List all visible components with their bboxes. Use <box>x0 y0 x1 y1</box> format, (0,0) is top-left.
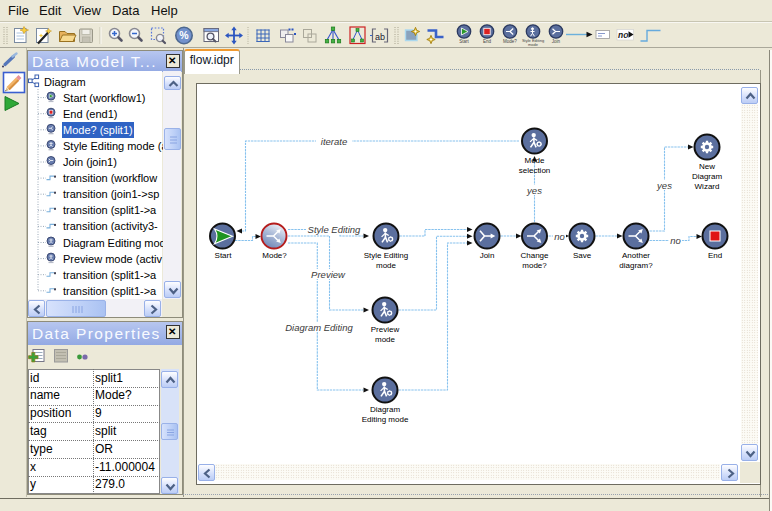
svg-text:Start: Start <box>215 251 233 260</box>
svg-text:Style Editing: Style Editing <box>364 251 408 260</box>
svg-text:no: no <box>554 231 565 242</box>
svg-text:no: no <box>670 235 681 246</box>
svg-text:Mode?: Mode? <box>503 39 517 44</box>
svg-text:Change: Change <box>520 251 549 260</box>
svg-text:End: End <box>483 39 492 44</box>
svg-text:selection: selection <box>519 166 551 175</box>
svg-text:Wizard: Wizard <box>695 182 720 191</box>
svg-text:yes: yes <box>526 185 542 196</box>
svg-text:mode: mode <box>376 261 397 270</box>
svg-text:Mode?: Mode? <box>262 251 287 260</box>
svg-text:mode: mode <box>528 42 539 47</box>
svg-text:Join: Join <box>480 251 495 260</box>
svg-text:mode: mode <box>375 335 396 344</box>
svg-text:Mode: Mode <box>524 156 545 165</box>
svg-text:Diagram Editing: Diagram Editing <box>285 322 353 333</box>
svg-text:Start: Start <box>459 39 469 44</box>
svg-text:Diagram: Diagram <box>692 172 723 181</box>
svg-text:Preview: Preview <box>311 269 346 280</box>
svg-text:yes: yes <box>656 180 672 191</box>
svg-text:ab: ab <box>375 32 385 42</box>
svg-text:%: % <box>179 29 189 41</box>
svg-text:mode?: mode? <box>522 261 547 270</box>
svg-text:End: End <box>708 251 722 260</box>
svg-text:New: New <box>699 162 715 171</box>
svg-text:Join: Join <box>552 39 561 44</box>
svg-text:no: no <box>618 30 628 40</box>
svg-text:Preview: Preview <box>371 325 400 334</box>
svg-text:diagram?: diagram? <box>619 261 653 270</box>
svg-text:Another: Another <box>622 251 650 260</box>
svg-text:Diagram: Diagram <box>370 405 401 414</box>
svg-text:Style Editing: Style Editing <box>308 224 362 235</box>
svg-text:iterate: iterate <box>321 136 347 147</box>
svg-text:Save: Save <box>573 251 592 260</box>
svg-text:Editing mode: Editing mode <box>362 415 409 424</box>
